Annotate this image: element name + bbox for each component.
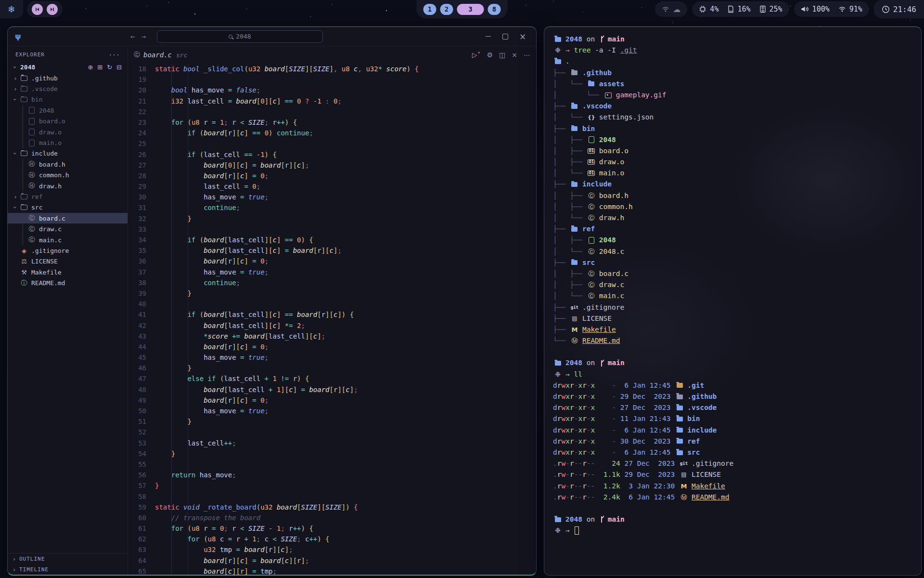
workspace-badge-3[interactable]: 3 xyxy=(457,4,484,15)
terminal-line: │ └── 2048.c xyxy=(553,246,912,257)
new-file-icon[interactable]: ⊕ xyxy=(88,64,93,71)
explorer-item-board.o[interactable]: board.o xyxy=(8,116,128,127)
terminal-line: ├── src xyxy=(553,257,912,268)
explorer-item-src[interactable]: src xyxy=(8,202,128,213)
terminal-line: drwxr-xr-x - 6 Jan 12:45 include xyxy=(553,425,912,436)
nav-forward-icon[interactable]: → xyxy=(141,32,146,41)
nav-back-icon[interactable]: ← xyxy=(130,32,135,41)
code-line: 36 board[r][c] = 0; xyxy=(128,256,536,266)
workspace-badge-1[interactable]: 1 xyxy=(424,4,436,15)
foopen-icon xyxy=(553,515,563,524)
fob-icon xyxy=(570,125,579,133)
new-folder-icon[interactable]: ⊞ xyxy=(97,64,103,71)
explorer-item-ref[interactable]: ref xyxy=(8,191,128,202)
media-next-button[interactable] xyxy=(47,4,58,15)
explorer-item-.github[interactable]: .github xyxy=(8,73,128,83)
line-number: 64 xyxy=(128,555,146,566)
explorer-item-draw.h[interactable]: draw.h xyxy=(8,181,128,191)
explorer-item-common.h[interactable]: common.h xyxy=(8,170,128,181)
terminal-line: 2048 on main xyxy=(553,514,912,525)
active-tab-filename[interactable]: board.c xyxy=(143,51,172,59)
terminal-line: ├── ref xyxy=(553,223,912,235)
line-number: 37 xyxy=(128,267,146,277)
terminal-line: │ ├── 2048 xyxy=(553,235,912,246)
code-line: 54 } xyxy=(128,448,536,459)
explorer-item-board.c[interactable]: board.c xyxy=(8,213,128,223)
folder-bin-icon xyxy=(19,96,29,104)
explorer-item-LICENSE[interactable]: LICENSE xyxy=(8,256,128,267)
code-line: 60 // transpose the board xyxy=(128,512,536,523)
speaker-icon xyxy=(801,6,809,13)
explorer-item-draw.o[interactable]: draw.o xyxy=(8,127,128,137)
explorer-item-label: draw.o xyxy=(39,129,62,136)
nix-logo-icon: ❄ xyxy=(8,4,15,14)
skip-back-icon xyxy=(35,7,40,12)
more-actions-icon[interactable]: ⋯ xyxy=(524,51,530,59)
explorer-item-.gitignore[interactable]: .gitignore xyxy=(8,245,128,256)
line-number: 63 xyxy=(128,544,146,555)
code-line: 56 return has_move; xyxy=(128,470,536,480)
maximize-button[interactable] xyxy=(497,30,514,43)
explorer-item-.vscode[interactable]: .vscode xyxy=(8,83,128,94)
split-editor-icon[interactable]: ◫ xyxy=(499,51,505,59)
explorer-item-main.c[interactable]: main.c xyxy=(8,235,128,245)
explorer-item-Makefile[interactable]: Makefile xyxy=(8,267,128,277)
close-button[interactable]: × xyxy=(514,30,531,43)
explorer-item-2048[interactable]: 2048 xyxy=(8,105,128,116)
workspace-badge-8[interactable]: 8 xyxy=(488,4,501,15)
code-line: 58 xyxy=(128,491,536,502)
explorer-item-include[interactable]: include xyxy=(8,148,128,159)
code-line: 30 has_move = true; xyxy=(128,192,536,202)
close-editor-icon[interactable]: × xyxy=(512,51,517,59)
code-line: 49 board[r][c] = 0; xyxy=(128,395,536,406)
c-icon xyxy=(587,281,596,289)
nix-icon xyxy=(553,46,563,54)
book-icon xyxy=(679,471,689,479)
terminal-line: │ ├── board.h xyxy=(553,190,912,201)
chevron-right-icon xyxy=(12,75,19,82)
media-prev-button[interactable] xyxy=(32,4,43,15)
line-number: 18 xyxy=(128,64,146,74)
explorer-more-icon[interactable]: ··· xyxy=(109,51,120,58)
line-number: 54 xyxy=(128,448,146,459)
outline-section[interactable]: OUTLINE xyxy=(8,553,128,564)
line-number: 25 xyxy=(128,138,146,149)
explorer-item-label: board.h xyxy=(39,161,65,168)
command-center-search[interactable]: 2048 xyxy=(157,30,323,43)
workspace-badge-2[interactable]: 2 xyxy=(440,4,453,15)
code-area[interactable]: 18static bool _slide_col(u32 board[SIZE]… xyxy=(128,64,536,575)
system-stats-pill[interactable]: 4% 16% 25% xyxy=(692,1,789,17)
explorer-item-label: draw.c xyxy=(39,225,62,233)
folder-src-icon xyxy=(19,204,29,211)
indicator-pill[interactable]: ☁ xyxy=(655,1,687,17)
clock-pill[interactable]: 21:46 xyxy=(874,0,924,18)
terminal-line: │ └── settings.json xyxy=(553,112,912,123)
explorer-item-bin[interactable]: bin xyxy=(8,94,128,105)
refresh-icon[interactable]: ↻ xyxy=(107,64,112,71)
run-button-icon[interactable]: ▷˅ xyxy=(472,51,481,59)
settings-gear-icon[interactable]: ⚙ xyxy=(487,51,493,59)
terminal-line: │ ├── 2048 xyxy=(553,134,912,145)
explorer-item-label: src xyxy=(31,204,42,211)
fob-icon xyxy=(553,57,563,66)
line-number: 56 xyxy=(128,470,146,480)
explorer-item-README.md[interactable]: README.md xyxy=(8,277,128,288)
explorer-item-draw.c[interactable]: draw.c xyxy=(8,223,128,234)
timeline-section[interactable]: TIMELINE xyxy=(8,564,128,575)
launcher-button[interactable]: ❄ xyxy=(0,0,23,18)
project-root-row[interactable]: 2048 ⊕ ⊞ ↻ ⊟ xyxy=(8,61,128,73)
line-number: 57 xyxy=(128,480,146,491)
line-number: 43 xyxy=(128,331,146,342)
collapse-all-icon[interactable]: ⊟ xyxy=(116,64,122,71)
explorer-item-main.o[interactable]: main.o xyxy=(8,137,128,148)
hfile-icon xyxy=(27,171,37,179)
code-line: 40 xyxy=(128,299,536,309)
terminal-line: │ └── gameplay.gif xyxy=(553,90,912,101)
terminal-line: 2048 on main xyxy=(553,357,912,368)
terminal-content[interactable]: 2048 on main→ tree -a -I .git.├── .githu… xyxy=(544,27,921,543)
minimize-button[interactable] xyxy=(479,30,497,43)
explorer-item-label: Makefile xyxy=(31,269,62,276)
audio-network-pill[interactable]: 100% 91% xyxy=(794,1,869,17)
c-icon xyxy=(587,214,596,222)
explorer-item-board.h[interactable]: board.h xyxy=(8,159,128,170)
